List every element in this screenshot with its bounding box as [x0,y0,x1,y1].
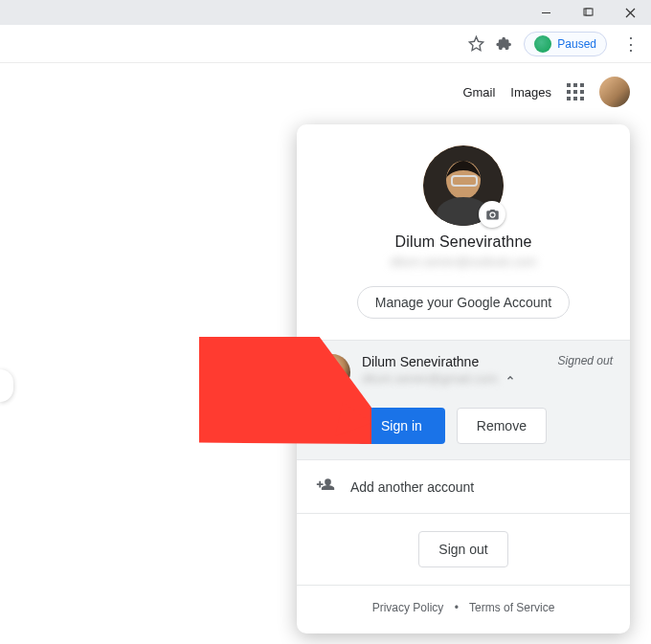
header-avatar[interactable] [599,77,630,107]
profile-avatar-icon [534,35,551,53]
star-icon[interactable] [468,35,484,52]
add-account-label: Add another account [350,479,474,495]
close-button[interactable] [609,0,651,25]
apps-grid-icon[interactable] [567,83,584,100]
secondary-account-email: dilum.senev@gmail.com [362,371,498,386]
person-add-icon [316,476,335,498]
secondary-avatar [314,354,350,390]
secondary-account-row[interactable]: Dilum Senevirathne dilum.senev@gmail.com… [314,354,613,390]
more-icon[interactable]: ⋮ [618,33,643,55]
page-edge-handle [0,369,13,402]
signed-out-status: Signed out [558,354,613,367]
manage-account-button[interactable]: Manage your Google Account [357,286,570,319]
nav-images-link[interactable]: Images [510,85,551,100]
extensions-icon[interactable] [496,35,512,52]
terms-link[interactable]: Terms of Service [469,601,554,614]
chevron-up-icon [505,369,515,387]
header-nav: Gmail Images [0,63,651,107]
panel-footer: Privacy Policy • Terms of Service [297,586,630,633]
footer-separator: • [455,601,459,614]
account-email: dilum.senev@outlook.com [297,255,630,269]
profile-paused-chip[interactable]: Paused [524,32,607,56]
account-panel: Dilum Senevirathne dilum.senev@outlook.c… [297,124,630,633]
paused-label: Paused [557,37,596,51]
minimize-button[interactable] [525,0,567,25]
window-titlebar [0,0,651,25]
svg-rect-1 [586,9,593,15]
account-name: Dilum Senevirathne [297,233,630,251]
remove-button[interactable]: Remove [457,408,547,444]
sign-in-button[interactable]: Sign in [358,408,445,444]
camera-icon[interactable] [479,201,505,228]
add-account-row[interactable]: Add another account [297,460,630,514]
secondary-account-section: Dilum Senevirathne dilum.senev@gmail.com… [297,340,630,460]
secondary-account-name: Dilum Senevirathne [362,354,547,369]
maximize-button[interactable] [567,0,609,25]
avatar-wrapper [423,145,504,226]
browser-toolbar: Paused ⋮ [0,25,651,63]
nav-gmail-link[interactable]: Gmail [462,85,495,100]
sign-out-button[interactable]: Sign out [418,531,507,567]
privacy-link[interactable]: Privacy Policy [372,601,444,614]
